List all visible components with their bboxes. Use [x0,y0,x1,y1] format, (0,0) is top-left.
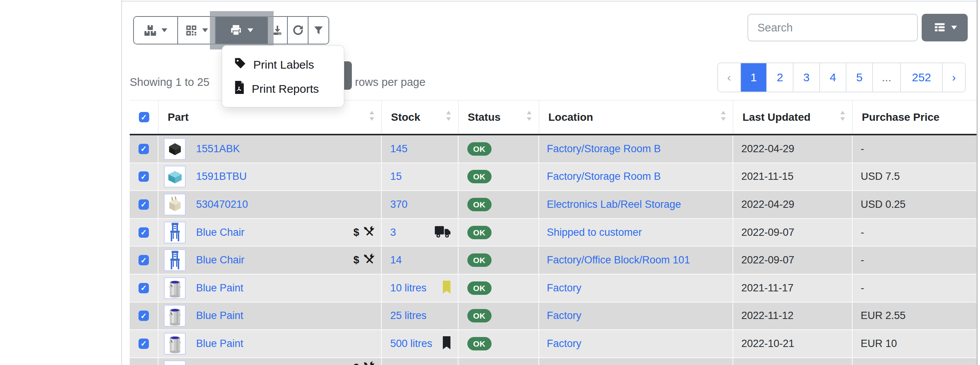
part-link[interactable]: Blue Chair [196,227,244,238]
refresh-button[interactable] [288,17,309,44]
download-button[interactable] [268,17,288,44]
part-thumbnail[interactable] [164,277,186,299]
part-link[interactable]: 1551ABK [196,143,240,155]
row-checkbox[interactable]: ✓ [139,255,149,265]
table-row: ✓Blue Paint10 litresOKFactory2021-11-17- [130,275,977,303]
row-checkbox[interactable]: ✓ [139,311,149,321]
location-link[interactable]: Factory/Storage Room B [547,171,661,182]
print-actions-button[interactable] [216,17,268,44]
vertical-scrollbar[interactable] [977,0,978,365]
search-input[interactable] [747,14,918,41]
column-select-button[interactable] [922,14,968,41]
location-link[interactable]: Shipped to customer [547,227,642,238]
column-header-purchase-price[interactable]: Purchase Price [853,100,977,134]
stock-link[interactable]: 25 litres [390,310,427,322]
part-link[interactable]: 530470210 [196,199,248,210]
part-thumbnail[interactable] [164,166,186,187]
column-header-last-updated[interactable]: Last Updated [733,100,853,134]
part-link[interactable]: Blue Paint [196,338,243,350]
status-badge: OK [467,198,492,211]
status-cell [459,358,539,365]
location-cell: Factory [539,275,733,303]
stock-actions-button[interactable] [134,17,178,44]
page-button-2[interactable]: 2 [766,63,793,92]
part-cell: 530470210 [158,191,382,219]
page-button-4[interactable]: 4 [819,63,846,92]
stock-link[interactable]: 145 [390,143,408,155]
row-checkbox[interactable]: ✓ [139,283,149,293]
part-thumbnail[interactable] [164,360,186,365]
part-cell: $ [158,358,382,365]
stock-link[interactable]: 10 litres [390,282,427,294]
filter-button[interactable] [309,17,328,44]
page-button-3[interactable]: 3 [793,63,819,92]
status-cell: OK [459,135,539,163]
stock-link[interactable]: 15 [390,171,402,182]
column-header-label: Last Updated [742,111,810,123]
part-thumbnail[interactable] [164,249,186,271]
part-thumbnail[interactable] [164,222,186,243]
stock-link[interactable]: 14 [390,254,402,266]
page-button-1[interactable]: 1 [740,63,766,92]
table-row: ✓1591BTBU15OKFactory/Storage Room B2021-… [130,163,977,191]
part-thumbnail[interactable] [164,305,186,327]
status-cell: OK [459,219,539,247]
page-button-5[interactable]: 5 [846,63,872,92]
row-checkbox[interactable]: ✓ [139,227,149,238]
row-checkbox-cell: ✓ [130,330,158,358]
part-cell: Blue Paint [158,275,382,303]
status-cell: OK [459,191,539,219]
location-link[interactable]: Factory/Storage Room B [547,143,661,155]
select-all-checkbox[interactable]: ✓ [139,112,149,122]
part-cell: Blue Paint [158,303,382,330]
location-cell: Factory/Storage Room B [539,163,733,191]
status-cell: OK [459,275,539,303]
last-updated-cell: 2022-04-29 [733,191,853,219]
sort-icon [526,111,532,123]
purchase-price-cell: - [853,247,977,275]
purchase-price-cell [853,358,977,365]
sort-icon [369,111,375,123]
location-link[interactable]: Electronics Lab/Reel Storage [547,199,681,210]
column-header-status[interactable]: Status [459,100,539,134]
panel-top-border [121,1,977,2]
print-actions-menu: Print Labels Print Reports [222,45,344,107]
last-updated-cell: 2022-04-29 [733,135,853,163]
part-thumbnail[interactable] [164,194,186,215]
location-link[interactable]: Factory [547,282,581,294]
page-button-252[interactable]: 252 [900,63,942,92]
part-cell: 1591BTBU [158,163,382,191]
menu-item-print-labels[interactable]: Print Labels [222,53,344,77]
stock-table: ✓PartStockStatusLocationLast UpdatedPurc… [130,100,977,365]
prev-page-button[interactable]: ‹ [718,63,740,92]
location-link[interactable]: Factory/Office Block/Room 101 [547,254,690,266]
part-thumbnail[interactable] [164,333,186,355]
column-header-stock[interactable]: Stock [382,100,459,134]
ellipsis-page-button[interactable]: ... [872,63,900,92]
column-header-label: Stock [391,111,420,123]
row-checkbox[interactable]: ✓ [139,339,149,349]
next-page-button[interactable]: › [942,63,965,92]
location-link[interactable]: Factory [547,338,581,350]
table-row: $ [130,358,977,365]
row-checkbox[interactable]: ✓ [139,171,149,182]
part-link[interactable]: Blue Paint [196,282,243,294]
menu-item-print-reports[interactable]: Print Reports [222,77,344,101]
location-link[interactable]: Factory [547,310,581,322]
part-link[interactable]: Blue Chair [196,254,244,266]
last-updated-cell: 2022-11-12 [733,303,853,330]
stock-link[interactable]: 500 litres [390,338,432,350]
row-checkbox[interactable]: ✓ [139,199,149,210]
part-cell: Blue Paint [158,330,382,358]
row-checkbox[interactable]: ✓ [139,144,149,154]
column-header-location[interactable]: Location [539,100,733,134]
dollar-icon: $ [353,254,359,266]
part-thumbnail[interactable] [164,138,186,160]
stock-cell [382,358,459,365]
location-cell: Factory [539,303,733,330]
part-link[interactable]: 1591BTBU [196,171,247,182]
part-link[interactable]: Blue Paint [196,310,243,322]
stock-link[interactable]: 3 [390,227,396,238]
stock-link[interactable]: 370 [390,199,408,210]
barcode-actions-button[interactable] [178,17,216,44]
